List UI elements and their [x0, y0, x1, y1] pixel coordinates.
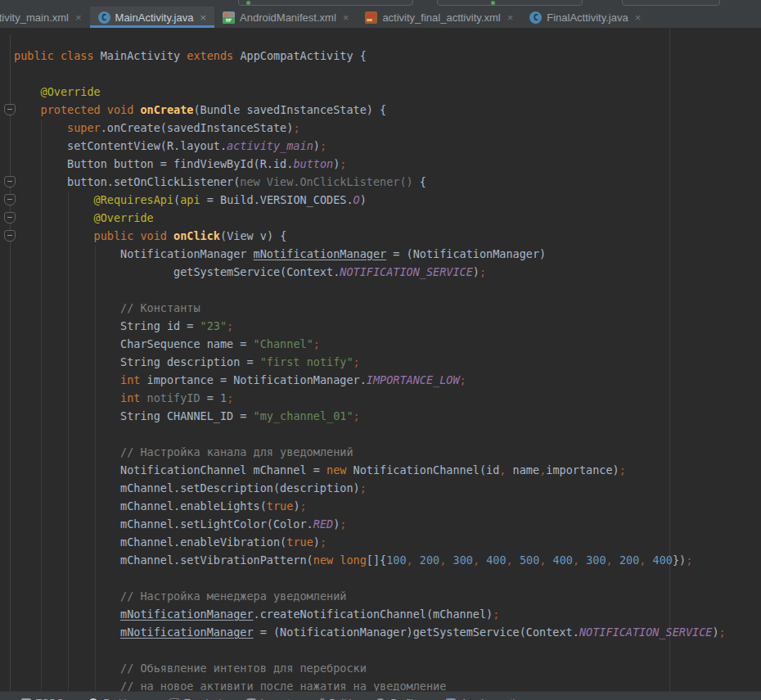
- code-line: [0, 65, 761, 83]
- code-line: String id = "23";: [0, 317, 761, 335]
- toolwindow-button-problems[interactable]: !Problems: [88, 698, 145, 700]
- close-icon[interactable]: ×: [343, 12, 349, 23]
- toolbar-widget-outline[interactable]: [622, 0, 720, 6]
- code-line: @Override: [0, 209, 761, 227]
- close-icon[interactable]: ×: [507, 12, 514, 23]
- toolwindow-button-logcat[interactable]: Logcat: [246, 698, 290, 700]
- tab-activity_main-xml[interactable]: activity_main.xml×: [0, 7, 90, 28]
- code-line: // Обьявление интентов для переброски: [0, 659, 761, 677]
- close-icon[interactable]: ×: [635, 12, 642, 23]
- java-class-icon: C: [98, 11, 110, 24]
- code-line: String description = "first notify";: [0, 353, 761, 371]
- code-line: protected void onCreate(Bundle savedInst…: [0, 101, 761, 119]
- toolbar-strip: [0, 0, 761, 7]
- code-line: int notifyID = 1;: [0, 389, 761, 407]
- code-line: mChannel.setVibrationPattern(new long[]{…: [0, 551, 761, 569]
- device-status-dot: [491, 1, 495, 5]
- tab-mainactivity-java[interactable]: CMainActivity.java×: [90, 7, 214, 28]
- toolwindow-button-label: Build: [330, 698, 352, 700]
- code-line: getSystemService(Context.NOTIFICATION_SE…: [0, 263, 761, 281]
- tab-androidmanifest-xml[interactable]: MFAndroidManifest.xml×: [214, 7, 357, 28]
- toolwindow-button-label: Terminal: [184, 698, 221, 700]
- code-line: NotificationManager mNotificationManager…: [0, 245, 761, 263]
- code-line: // Настройка менеджера уведомлений: [0, 587, 761, 605]
- fold-toggle-icon[interactable]: [4, 194, 16, 205]
- active-tab-underline: [90, 25, 214, 28]
- code-line: [0, 641, 761, 659]
- manifest-file-icon: MF: [223, 11, 235, 24]
- code-line: NotificationChannel mChannel = new Notif…: [0, 461, 761, 479]
- tab-label: activity_main.xml: [0, 11, 69, 24]
- java-class-icon: C: [529, 11, 542, 24]
- close-icon[interactable]: ×: [200, 12, 206, 23]
- code-line: @RequiresApi(api = Build.VERSION_CODES.O…: [0, 191, 761, 209]
- code-editor[interactable]: public class MainActivity extends AppCom…: [0, 28, 761, 700]
- code-line: public class MainActivity extends AppCom…: [0, 47, 761, 65]
- fold-toggle-icon[interactable]: [4, 176, 16, 187]
- toolwindow-button-app-inspection[interactable]: App Inspection: [446, 698, 525, 700]
- fold-toggle-icon[interactable]: [4, 104, 16, 115]
- tool-window-bar: TODO!ProblemsTerminalLogcatBuildProfiler…: [0, 691, 761, 700]
- code-line: public void onClick(View v) {: [0, 227, 761, 245]
- fold-toggle-icon[interactable]: [4, 212, 16, 224]
- fold-toggle-icon[interactable]: [4, 230, 16, 242]
- code-line: int importance = NotificationManager.IMP…: [0, 371, 761, 389]
- code-line: Button button = findViewById(R.id.button…: [0, 155, 761, 173]
- toolwindow-button-label: Profiler: [390, 698, 421, 700]
- toolwindow-button-todo[interactable]: TODO: [21, 698, 64, 700]
- code-line: mChannel.enableVibration(true);: [0, 533, 761, 551]
- toolwindow-button-label: TODO: [36, 698, 64, 700]
- code-line: // Константы: [0, 299, 761, 317]
- tab-finalacttivity-java[interactable]: CFinalActtivity.java×: [521, 7, 649, 28]
- tab-label: AndroidManifest.xml: [240, 11, 336, 24]
- code-line: mNotificationManager.createNotificationC…: [0, 605, 761, 623]
- tab-label: FinalActtivity.java: [547, 11, 628, 24]
- editor-tab-bar: activity_main.xml×CMainActivity.java×MFA…: [0, 7, 761, 28]
- layout-xml-file-icon: [365, 11, 377, 24]
- toolwindow-button-label: App Inspection: [461, 698, 525, 700]
- code-line: super.onCreate(savedInstanceState);: [0, 119, 761, 137]
- close-icon[interactable]: ×: [75, 12, 82, 23]
- run-status-dot: [246, 1, 250, 5]
- code-line: [0, 569, 761, 587]
- code-line: mChannel.setDescription(description);: [0, 479, 761, 497]
- toolwindow-button-label: Logcat: [261, 698, 290, 700]
- code-line: setContentView(R.layout.activity_main);: [0, 137, 761, 155]
- toolwindow-button-label: Problems: [103, 698, 145, 700]
- code-line: button.setOnClickListener(new View.OnCli…: [0, 173, 761, 191]
- tab-label: MainActivity.java: [115, 11, 194, 24]
- tab-activity_final_acttivity-xml[interactable]: activity_final_acttivity.xml×: [357, 7, 521, 28]
- tab-label: activity_final_acttivity.xml: [382, 11, 500, 24]
- code-line: mChannel.enableLights(true);: [0, 497, 761, 515]
- code-line: CharSequence name = "Channel";: [0, 335, 761, 353]
- code-line: String CHANNEL_ID = "my_channel_01";: [0, 407, 761, 425]
- toolwindow-button-profiler[interactable]: Profiler: [376, 698, 421, 700]
- code-line: @Override: [0, 83, 761, 101]
- code-line: [0, 281, 761, 299]
- code-line: [0, 425, 761, 443]
- toolwindow-button-terminal[interactable]: Terminal: [169, 698, 221, 700]
- code-line: // Настройка канала для уведомлений: [0, 443, 761, 461]
- toolwindow-button-build[interactable]: Build: [315, 698, 352, 700]
- code-line: mNotificationManager = (NotificationMana…: [0, 623, 761, 641]
- code-area: public class MainActivity extends AppCom…: [0, 47, 761, 695]
- code-line: mChannel.setLightColor(Color.RED);: [0, 515, 761, 533]
- run-configuration-selector[interactable]: [238, 0, 413, 6]
- device-selector[interactable]: [437, 0, 583, 6]
